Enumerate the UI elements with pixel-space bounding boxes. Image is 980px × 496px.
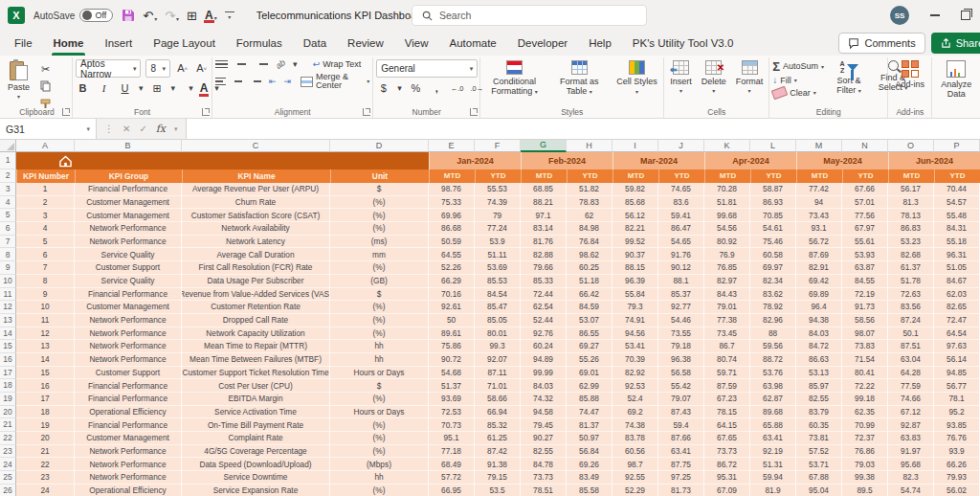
cell-kpi-name[interactable]: Mean Time to Repair (MTTR) [182,340,330,353]
ribbon-tab-review[interactable]: Review [337,31,394,56]
ribbon-tab-view[interactable]: View [394,31,439,56]
formula-bar-handle[interactable]: ⋮ [104,124,114,134]
cell-value[interactable]: 90.12 [658,261,704,275]
cell-kpi-name[interactable]: EBITDA Margin [182,393,330,406]
cell-value[interactable]: 86.93 [750,196,796,210]
kpi-column-header[interactable]: KPI Group [75,169,182,183]
cell-value[interactable]: 77.59 [888,379,934,393]
cell-value[interactable]: 59.56 [750,340,796,353]
cell-value[interactable]: 77.56 [842,209,888,222]
cell-value[interactable]: 58.56 [842,314,888,327]
cell-unit[interactable]: mm [330,248,429,261]
cell-value[interactable]: 62.03 [934,288,980,302]
cell-value[interactable]: 69.2 [612,406,658,419]
orientation-dropdown[interactable]: ▾ [293,59,298,69]
cell-value[interactable]: 72.63 [888,288,934,302]
clear-button[interactable]: Clear▾ [772,88,824,98]
cell-value[interactable]: 59.41 [658,209,704,222]
period-subheader[interactable]: YTD [842,169,888,183]
row-header-26[interactable]: 26 [0,485,16,496]
align-right-button[interactable] [251,78,261,85]
cell-kpi-name[interactable]: Average Revenue Per User (ARPU) [182,183,330,196]
format-cells-button[interactable]: Format▾ [733,59,767,96]
cell-value[interactable]: 68.49 [429,458,475,471]
cell-value[interactable]: 52.44 [521,314,567,327]
autosave-toggle[interactable]: AutoSave Off [33,9,113,22]
cell-value[interactable]: 79.07 [658,393,704,406]
cell-value[interactable]: 66.26 [934,458,980,471]
align-middle-button[interactable] [235,60,248,68]
cell-kpi-group[interactable]: Customer Support [75,367,182,380]
cell-value[interactable]: 90.37 [612,248,658,261]
cell-value[interactable]: 57.72 [429,471,475,485]
cell-styles-button[interactable]: Cell Styles ▾ [613,59,660,98]
cell-value[interactable]: 60.25 [567,261,612,275]
cell-kpi-name[interactable]: On-Time Bill Payment Rate [182,418,330,432]
cell-value[interactable]: 93.9 [934,445,980,459]
wrap-text-button[interactable]: ↩ Wrap Text [313,60,362,69]
cell-kpi-name[interactable]: Churn Rate [182,196,330,210]
cell-value[interactable]: 69.96 [429,209,475,222]
borders-select-button[interactable]: ⊞ [150,81,165,95]
cell-value[interactable]: 97.25 [658,471,704,485]
cell-kpi-number[interactable]: 6 [16,248,75,261]
cell-value[interactable]: 97.1 [521,209,567,222]
column-header-B[interactable]: B [75,140,182,152]
cell-value[interactable]: 55.48 [934,209,980,222]
cell-kpi-number[interactable]: 8 [16,275,75,288]
cell-unit[interactable]: $ [330,183,429,196]
cell-value[interactable]: 52.26 [429,261,475,275]
cell-value[interactable]: 67.09 [704,485,750,496]
column-header-F[interactable]: F [475,140,521,152]
cell-value[interactable]: 53.9 [475,236,521,249]
cell-value[interactable]: 81.9 [750,485,796,496]
cell-value[interactable]: 55.84 [612,288,658,302]
cell-value[interactable]: 67.88 [796,471,842,485]
cell-value[interactable]: 54.74 [888,485,934,496]
cell-unit[interactable]: (%) [330,314,429,327]
redo-dropdown[interactable]: ▾ [176,16,179,22]
cell-kpi-group[interactable]: Network Performance [75,236,182,249]
cell-kpi-group[interactable]: Network Performance [75,458,182,471]
row-header-10[interactable]: 10 [0,275,16,288]
ribbon-tab-data[interactable]: Data [293,31,337,56]
row-header-21[interactable]: 21 [0,418,16,432]
cell-value[interactable]: 92.76 [521,327,567,341]
cell-kpi-group[interactable]: Network Performance [75,353,182,367]
insert-function-button[interactable]: fx [156,123,166,135]
cell-value[interactable]: 96.4 [796,301,842,314]
cell-value[interactable]: 94.58 [521,406,567,419]
cell-value[interactable]: 96.38 [658,353,704,367]
cell-value[interactable]: 69.97 [750,261,796,275]
column-header-L[interactable]: L [750,140,796,152]
cell-kpi-group[interactable]: Operational Efficiency [75,485,182,496]
cell-value[interactable]: 54.56 [704,222,750,236]
cell-value[interactable]: 87.51 [888,340,934,353]
cell-kpi-group[interactable]: Customer Management [75,209,182,222]
cell-unit[interactable]: (%) [330,301,429,314]
cell-value[interactable]: 74.91 [612,314,658,327]
cell-value[interactable]: 96.39 [612,275,658,288]
row-header-2[interactable]: 2 [0,169,16,183]
cell-kpi-number[interactable]: 18 [16,406,75,419]
cell-value[interactable]: 65.88 [750,418,796,432]
column-header-E[interactable]: E [429,140,475,152]
cell-value[interactable]: 78.15 [704,406,750,419]
cell-unit[interactable]: (%) [330,418,429,432]
cell-value[interactable]: 52.4 [612,393,658,406]
cell-kpi-number[interactable]: 11 [16,314,75,327]
cell-value[interactable]: 57.01 [842,196,888,210]
column-header-M[interactable]: M [796,140,842,152]
cell-value[interactable]: 50.97 [567,432,612,445]
cell-value[interactable]: 77.42 [796,183,842,196]
cell-value[interactable]: 94 [796,196,842,210]
formula-input[interactable] [187,119,980,139]
cell-value[interactable]: 85.68 [612,196,658,210]
cell-unit[interactable]: (%) [330,485,429,496]
conditional-formatting-button[interactable]: Conditional Formatting ▾ [483,59,546,98]
cell-value[interactable]: 73.43 [796,209,842,222]
cell-value[interactable]: 70.16 [429,288,475,302]
cell-value[interactable]: 86.7 [704,340,750,353]
cell-value[interactable]: 97.63 [934,340,980,353]
cell-value[interactable]: 51.31 [750,458,796,471]
